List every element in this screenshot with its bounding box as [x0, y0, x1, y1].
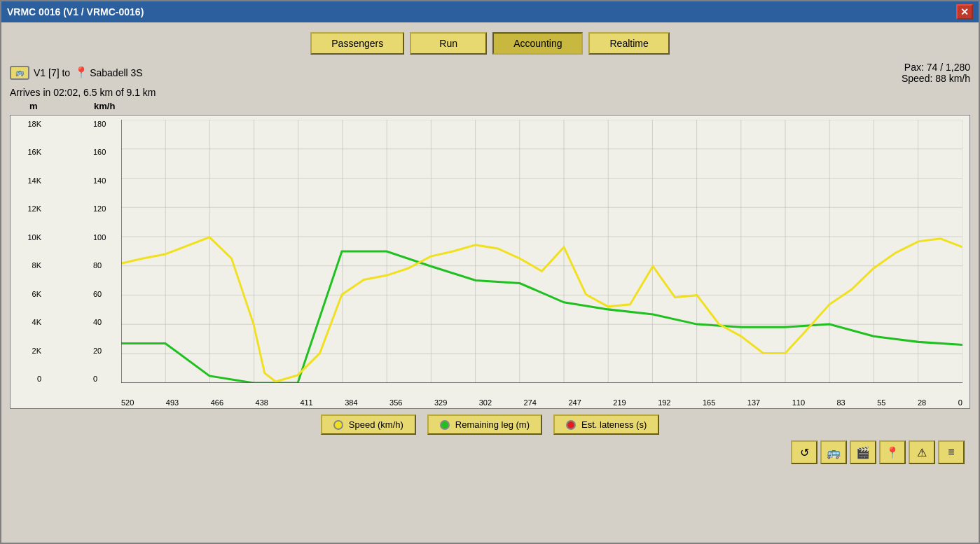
arrive-row: Arrives in 02:02, 6.5 km of 9.1 km — [10, 87, 970, 98]
close-button[interactable]: ✕ — [956, 4, 973, 20]
remaining-legend-label: Remaining leg (m) — [455, 419, 530, 430]
legend-speed: Speed (km/h) — [321, 414, 416, 435]
speed-line — [121, 237, 962, 382]
window-title: VRMC 0016 (V1 / VRMC-0016) — [7, 6, 144, 18]
info-row: 🚌 V1 [7] to 📍 Sabadell 3S Pax: 74 / 1,28… — [10, 62, 970, 84]
main-window: VRMC 0016 (V1 / VRMC-0016) ✕ Passengers … — [0, 0, 980, 544]
tabs-row: Passengers Run Accounting Realtime — [10, 32, 970, 55]
legend-row: Speed (km/h) Remaining leg (m) Est. late… — [10, 414, 970, 435]
v1-label: V1 [7] to — [34, 67, 70, 78]
axis-header: m km/h — [10, 101, 970, 112]
tab-passengers[interactable]: Passengers — [310, 32, 404, 55]
lateness-legend-label: Est. lateness (s) — [581, 419, 647, 430]
toolbar-btn-2[interactable]: 🚌 — [820, 440, 847, 464]
title-bar: VRMC 0016 (V1 / VRMC-0016) ✕ — [1, 1, 979, 22]
content-area: Passengers Run Accounting Realtime 🚌 V1 … — [1, 22, 979, 473]
toolbar-btn-6[interactable]: ≡ — [938, 440, 965, 464]
x-axis-labels: 520 493 466 438 411 384 356 329 302 274 … — [121, 398, 962, 407]
tab-realtime[interactable]: Realtime — [588, 32, 669, 55]
remaining-dot — [440, 420, 450, 430]
arrive-label: Arrives in 02:02, 6.5 km of 9.1 km — [10, 87, 156, 98]
lateness-dot — [566, 420, 576, 430]
speed-dot — [333, 420, 343, 430]
toolbar-btn-4[interactable]: 📍 — [879, 440, 906, 464]
chart-svg — [121, 120, 962, 383]
legend-remaining: Remaining leg (m) — [427, 414, 542, 435]
vehicle-icon: 🚌 — [10, 66, 29, 80]
tab-accounting[interactable]: Accounting — [492, 32, 583, 55]
speed-label: Speed: 88 km/h — [902, 73, 970, 84]
legend-lateness: Est. lateness (s) — [553, 414, 659, 435]
y-right-ticks: 180 160 140 120 100 80 60 40 20 0 — [92, 120, 121, 383]
vehicle-info-left: 🚌 V1 [7] to 📍 Sabadell 3S — [10, 66, 143, 80]
y-right-axis-label: km/h — [94, 101, 115, 111]
speed-legend-label: Speed (km/h) — [349, 419, 403, 430]
toolbar-btn-3[interactable]: 🎬 — [850, 440, 876, 464]
y-left-axis-label: m — [29, 101, 38, 111]
destination-label: Sabadell 3S — [90, 67, 143, 78]
toolbar-btn-1[interactable]: ↺ — [791, 440, 817, 464]
y-left-ticks: 18K 16K 14K 12K 10K 8K 6K 4K 2K 0 — [11, 120, 44, 383]
pax-label: Pax: 74 / 1,280 — [902, 62, 970, 73]
toolbar-btn-5[interactable]: ⚠ — [909, 440, 935, 464]
destination-icon: 📍 — [74, 66, 85, 80]
tab-run[interactable]: Run — [410, 32, 487, 55]
bottom-toolbar: ↺ 🚌 🎬 📍 ⚠ ≡ — [10, 438, 970, 467]
vehicle-info-right: Pax: 74 / 1,280 Speed: 88 km/h — [902, 62, 970, 84]
chart-area: 18K 16K 14K 12K 10K 8K 6K 4K 2K 0 180 16… — [10, 115, 970, 409]
